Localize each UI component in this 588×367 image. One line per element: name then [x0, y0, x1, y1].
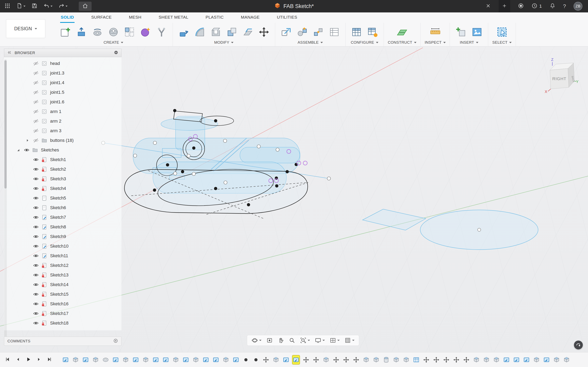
- form-tool[interactable]: [138, 25, 152, 40]
- close-tab-icon[interactable]: [485, 3, 491, 9]
- timeline-feature-revolve[interactable]: [102, 356, 109, 364]
- tab-plastic[interactable]: PLASTIC: [205, 12, 224, 23]
- timeline-feature-move[interactable]: [453, 356, 460, 364]
- timeline-feature-extrude[interactable]: [92, 356, 99, 364]
- timeline-feature-move[interactable]: [333, 356, 339, 364]
- tree-item-sketch7[interactable]: Sketch7: [4, 213, 121, 222]
- combine-tool[interactable]: [225, 25, 239, 40]
- move-copy-tool[interactable]: [257, 25, 271, 40]
- visibility-eye-icon[interactable]: [32, 176, 40, 182]
- timeline-feature-move[interactable]: [313, 356, 319, 364]
- group-label-inspect[interactable]: INSPECT: [425, 40, 446, 45]
- shell-tool[interactable]: [209, 25, 223, 40]
- tree-item-sketch5[interactable]: Sketch5: [4, 193, 121, 203]
- status-badge[interactable]: [574, 341, 583, 349]
- timeline-feature-extrude[interactable]: [222, 356, 229, 364]
- timeline-feature-extrude[interactable]: [533, 356, 540, 364]
- tree-item-sketch14[interactable]: Sketch14: [4, 280, 121, 290]
- visibility-eye-off-icon[interactable]: [32, 108, 40, 115]
- group-label-insert[interactable]: INSERT: [460, 40, 478, 45]
- tree-item-sketch3[interactable]: Sketch3: [4, 174, 121, 184]
- fillet-tool[interactable]: [193, 25, 207, 40]
- timeline-feature-move[interactable]: [302, 356, 310, 364]
- tree-item-sketch12[interactable]: Sketch12: [4, 261, 121, 270]
- tab-surface[interactable]: SURFACE: [91, 12, 112, 23]
- timeline-feature-sketch[interactable]: [233, 356, 239, 364]
- visibility-eye-icon[interactable]: [32, 185, 40, 192]
- visibility-eye-icon[interactable]: [32, 320, 40, 326]
- grid-settings-icon[interactable]: [344, 337, 354, 343]
- tree-item-arm-1[interactable]: arm 1: [4, 107, 121, 117]
- create-sketch-tool[interactable]: [58, 25, 72, 40]
- tree-item-sketch17[interactable]: Sketch17: [4, 309, 121, 318]
- visibility-eye-off-icon[interactable]: [32, 128, 40, 134]
- zoom-icon[interactable]: [289, 337, 295, 343]
- select-window-tool[interactable]: [495, 25, 509, 40]
- scrollbar-thumb[interactable]: [4, 60, 7, 189]
- save-icon[interactable]: [32, 3, 37, 10]
- revolve-tool[interactable]: [90, 25, 104, 40]
- visibility-eye-icon[interactable]: [32, 253, 40, 259]
- tree-item-sketch10[interactable]: Sketch10: [4, 242, 121, 251]
- sphere-tool[interactable]: [106, 25, 120, 40]
- tree-item-sketch13[interactable]: Sketch13: [4, 270, 121, 280]
- collapse-tree-icon[interactable]: [114, 50, 118, 56]
- timeline-feature-move[interactable]: [423, 356, 430, 364]
- visibility-eye-icon[interactable]: [32, 272, 40, 278]
- timeline-feature-extrude[interactable]: [373, 356, 379, 364]
- timeline-feature-extrude[interactable]: [403, 356, 410, 364]
- timeline-step-forward-button[interactable]: [35, 356, 43, 364]
- tree-caret-collapsed-icon[interactable]: [23, 138, 32, 143]
- config-table-tool[interactable]: [350, 25, 363, 40]
- tree-item-sketch8[interactable]: Sketch8: [4, 222, 121, 232]
- comments-bar[interactable]: COMMENTS: [4, 337, 121, 346]
- visibility-eye-icon[interactable]: [32, 234, 40, 240]
- timeline-feature-sketch[interactable]: [283, 356, 289, 364]
- tab-sheet-metal[interactable]: SHEET METAL: [158, 12, 189, 23]
- tree-item-buttons-18-[interactable]: buttons (18): [4, 136, 121, 145]
- tab-mesh[interactable]: MESH: [128, 12, 142, 23]
- timeline-feature-sketch[interactable]: [162, 356, 169, 364]
- display-settings-icon[interactable]: [315, 337, 325, 343]
- tab-manage[interactable]: MANAGE: [240, 12, 260, 23]
- visibility-eye-icon[interactable]: [32, 301, 40, 307]
- look-at-icon[interactable]: [266, 337, 273, 343]
- timeline-feature-extrude[interactable]: [122, 356, 129, 364]
- tree-item-sketch18[interactable]: Sketch18: [4, 318, 121, 328]
- visibility-eye-icon[interactable]: [32, 214, 40, 220]
- job-status-icon[interactable]: 1: [531, 3, 542, 10]
- visibility-eye-off-icon[interactable]: [32, 137, 40, 143]
- tree-item-joint1-4[interactable]: joint1.4: [4, 78, 121, 88]
- timeline-skip-start-button[interactable]: [4, 356, 12, 364]
- timeline-feature-move[interactable]: [262, 356, 269, 364]
- timeline-feature-extrude[interactable]: [192, 356, 199, 364]
- visibility-eye-off-icon[interactable]: [32, 118, 40, 124]
- visibility-eye-icon[interactable]: [32, 205, 40, 211]
- new-tab-icon[interactable]: [499, 0, 510, 12]
- timeline-feature-extrude[interactable]: [172, 356, 179, 364]
- timeline-feature-move[interactable]: [443, 356, 450, 364]
- browser-scrollbar[interactable]: [4, 59, 7, 340]
- tree-item-joint1-5[interactable]: joint1.5: [4, 88, 121, 97]
- visibility-eye-icon[interactable]: [32, 243, 40, 249]
- group-label-select[interactable]: SELECT: [492, 40, 512, 45]
- timeline-feature-extrude[interactable]: [483, 356, 490, 364]
- construct-plane-tool[interactable]: [395, 25, 409, 40]
- timeline-feature-move[interactable]: [463, 356, 470, 364]
- timeline-feature-extrude[interactable]: [553, 356, 560, 364]
- viewports-icon[interactable]: [330, 337, 340, 343]
- timeline-feature-sketch[interactable]: [132, 356, 139, 364]
- visibility-eye-icon[interactable]: [32, 166, 40, 172]
- rect-pattern-tool[interactable]: [122, 25, 136, 40]
- as-built-joint-tool[interactable]: [311, 25, 325, 40]
- visibility-eye-icon[interactable]: [32, 195, 40, 201]
- notifications-icon[interactable]: [550, 3, 555, 10]
- collapse-panel-icon[interactable]: [7, 50, 12, 56]
- timeline-play-button[interactable]: [25, 356, 33, 364]
- joint-tool[interactable]: [295, 25, 309, 40]
- visibility-eye-off-icon[interactable]: [32, 80, 40, 86]
- timeline-feature-move[interactable]: [353, 356, 360, 364]
- timeline-feature-extrude[interactable]: [393, 356, 400, 364]
- fit-icon[interactable]: [300, 337, 310, 343]
- bom-table-tool[interactable]: [327, 25, 341, 40]
